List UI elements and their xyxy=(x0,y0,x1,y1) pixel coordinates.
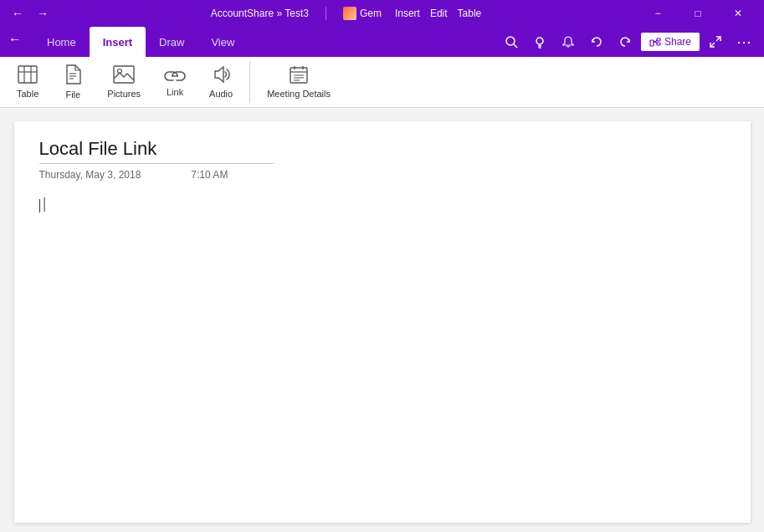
page-body[interactable]: │ xyxy=(39,197,726,212)
more-button[interactable]: ⋯ xyxy=(731,29,757,54)
svg-point-2 xyxy=(536,38,543,44)
menu-insert[interactable]: Insert xyxy=(395,8,420,19)
meeting-icon xyxy=(290,65,308,87)
table-icon xyxy=(18,65,38,87)
table-label: Table xyxy=(17,89,38,99)
gem-label[interactable]: Gem xyxy=(360,8,382,19)
page-meta: Thursday, May 3, 2018 7:10 AM xyxy=(39,169,726,181)
ribbon-file[interactable]: File xyxy=(52,57,94,107)
bell-button[interactable] xyxy=(555,29,582,54)
ribbon-actions: Share ⋯ xyxy=(498,27,764,57)
page-divider xyxy=(39,163,274,164)
maximize-button[interactable]: □ xyxy=(679,0,717,27)
svg-rect-7 xyxy=(657,38,660,41)
tab-draw[interactable]: Draw xyxy=(146,27,197,57)
link-label: Link xyxy=(167,87,183,97)
share-icon xyxy=(649,36,661,48)
app-window: ← → AccountShare » Test3 Gem Insert Edit… xyxy=(0,0,764,532)
pictures-label: Pictures xyxy=(107,89,141,99)
separator xyxy=(326,7,326,20)
ribbon-audio[interactable]: Audio xyxy=(199,57,243,107)
redo-button[interactable] xyxy=(612,29,638,54)
svg-rect-8 xyxy=(657,43,660,45)
nav-buttons: ← → xyxy=(7,5,54,22)
tab-home[interactable]: Home xyxy=(33,27,90,57)
cursor-blink xyxy=(39,199,40,212)
ribbon-back-button[interactable]: ← xyxy=(0,27,30,52)
page-date: Thursday, May 3, 2018 xyxy=(39,169,141,181)
app-title: AccountShare » Test3 xyxy=(211,8,309,19)
pictures-icon xyxy=(113,65,135,87)
bulb-icon xyxy=(533,35,546,49)
svg-rect-6 xyxy=(650,40,654,46)
search-button[interactable] xyxy=(498,29,525,54)
ribbon-separator xyxy=(249,61,250,103)
page-canvas[interactable]: Local File Link Thursday, May 3, 2018 7:… xyxy=(14,121,751,523)
bell-icon xyxy=(561,35,575,49)
title-menu: Insert Edit Table xyxy=(395,8,481,19)
text-cursor-icon: │ xyxy=(42,197,49,211)
ribbon-meeting[interactable]: Meeting Details xyxy=(257,57,341,107)
audio-icon xyxy=(212,65,230,87)
gem-icon xyxy=(343,7,356,20)
file-label: File xyxy=(65,90,80,100)
tab-view[interactable]: View xyxy=(197,27,248,57)
link-icon xyxy=(164,67,186,85)
ribbon-tabs-row: ← Home Insert Draw View xyxy=(0,27,764,57)
forward-button[interactable]: → xyxy=(32,5,54,22)
close-button[interactable]: ✕ xyxy=(719,0,757,27)
ribbon-link[interactable]: Link xyxy=(154,57,196,107)
page-time: 7:10 AM xyxy=(191,169,228,181)
search-icon xyxy=(505,35,518,49)
share-button[interactable]: Share xyxy=(640,32,700,52)
svg-marker-21 xyxy=(215,67,223,82)
title-bar-left: ← → xyxy=(7,5,54,22)
undo-button[interactable] xyxy=(583,29,610,54)
minimize-button[interactable]: − xyxy=(638,0,677,27)
meeting-label: Meeting Details xyxy=(267,89,331,99)
title-bar: ← → AccountShare » Test3 Gem Insert Edit… xyxy=(0,0,764,27)
tabs-spacer xyxy=(248,27,498,57)
back-button[interactable]: ← xyxy=(7,5,28,22)
page-title: Local File Link xyxy=(39,138,726,160)
bulb-button[interactable] xyxy=(526,29,553,54)
undo-icon xyxy=(590,35,603,49)
svg-rect-18 xyxy=(114,66,134,83)
title-bar-center: AccountShare » Test3 Gem Insert Edit Tab… xyxy=(211,7,482,20)
gem-badge: Gem xyxy=(343,7,382,20)
audio-label: Audio xyxy=(209,89,233,99)
ribbon-table[interactable]: Table xyxy=(7,57,49,107)
share-label: Share xyxy=(664,36,691,48)
svg-rect-11 xyxy=(18,66,37,83)
tab-insert[interactable]: Insert xyxy=(90,27,146,57)
ribbon-content: Table File Pictu xyxy=(0,57,764,108)
expand-icon xyxy=(709,35,722,49)
ribbon-pictures[interactable]: Pictures xyxy=(97,57,151,107)
redo-icon xyxy=(618,35,632,49)
svg-point-0 xyxy=(506,37,515,45)
file-icon xyxy=(64,64,81,88)
menu-table[interactable]: Table xyxy=(458,8,482,19)
expand-button[interactable] xyxy=(702,29,729,54)
menu-edit[interactable]: Edit xyxy=(430,8,448,19)
content-area: Local File Link Thursday, May 3, 2018 7:… xyxy=(0,108,764,532)
svg-line-1 xyxy=(514,44,517,48)
window-controls: − □ ✕ xyxy=(638,0,757,27)
